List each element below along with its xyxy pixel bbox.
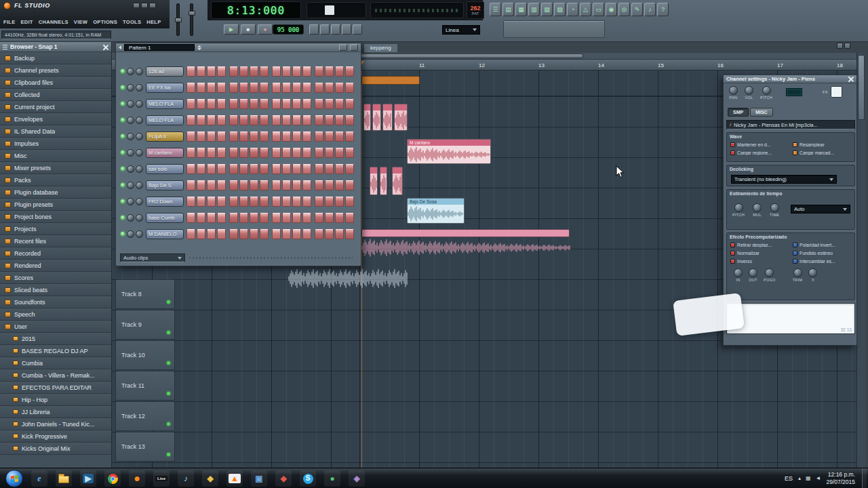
step-button[interactable] [260, 115, 269, 125]
step-button[interactable] [197, 131, 205, 142]
stepseq-button[interactable]: ▦ [515, 3, 527, 16]
step-button[interactable] [315, 99, 323, 109]
track-header[interactable]: Track 8 [115, 279, 175, 309]
step-button[interactable] [239, 213, 248, 223]
menu-channels[interactable]: CHANNELS [39, 19, 68, 25]
channel-group-selector[interactable]: Audio clips [120, 253, 185, 262]
step-button[interactable] [197, 229, 205, 239]
knob-pogo[interactable]: POGO [764, 268, 776, 282]
step-button[interactable] [239, 115, 248, 125]
clip-bajo-de-sosa[interactable]: Bajo De Sosa [407, 198, 465, 224]
channel-enable-led[interactable] [121, 199, 125, 203]
browser-item[interactable]: Speech [0, 308, 111, 321]
play-button[interactable]: ▶ [224, 24, 239, 35]
step-button[interactable] [207, 213, 216, 223]
step-button[interactable] [302, 229, 311, 239]
channel-button[interactable]: Bajo De S [146, 180, 184, 190]
channel-enable-led[interactable] [121, 167, 125, 171]
step-button[interactable] [302, 180, 311, 190]
skype-icon[interactable]: S [300, 470, 316, 487]
folder-icon[interactable] [56, 470, 72, 487]
knob-x[interactable]: X [808, 268, 817, 282]
volume-icon[interactable]: ◄ [816, 476, 821, 481]
option-row[interactable]: Inverso [730, 257, 793, 265]
graph-editor-button[interactable] [339, 44, 347, 51]
browser-item[interactable]: Recorded [0, 247, 111, 260]
step-button[interactable] [217, 83, 226, 93]
option-row[interactable]: Normalizar [730, 249, 793, 257]
step-button[interactable] [186, 131, 195, 142]
step-button[interactable] [302, 115, 311, 125]
pan-knob[interactable] [127, 230, 134, 238]
step-button[interactable] [345, 180, 354, 190]
knob-pitch[interactable]: PITCH [732, 203, 745, 217]
knob-out[interactable]: OUT [749, 268, 757, 282]
channel-enable-led[interactable] [121, 150, 125, 155]
step-button[interactable] [292, 180, 301, 190]
step-button[interactable] [325, 164, 334, 174]
step-button[interactable] [260, 83, 269, 93]
step-button[interactable] [217, 180, 226, 190]
metronome-button[interactable]: △ [580, 3, 591, 16]
step-button[interactable] [292, 131, 301, 142]
step-button[interactable] [217, 66, 226, 77]
step-button[interactable] [250, 164, 258, 174]
step-button[interactable] [282, 213, 291, 223]
step-button[interactable] [325, 131, 334, 142]
step-button[interactable] [325, 213, 334, 223]
channel-button[interactable]: MELO FLA [146, 99, 184, 109]
mixer-button[interactable]: ▨ [554, 3, 566, 16]
step-button[interactable] [229, 180, 238, 190]
step-button[interactable] [315, 164, 323, 174]
step-button[interactable] [345, 83, 354, 93]
step-button[interactable] [250, 180, 258, 190]
clip-pink-5[interactable] [370, 167, 378, 195]
browser-item[interactable]: Plugin presets [0, 199, 111, 211]
menu-tools[interactable]: TOOLS [123, 19, 141, 25]
stretch-mode-dropdown[interactable]: Auto [791, 205, 850, 214]
step-button[interactable] [217, 148, 226, 158]
track-header[interactable]: Track 11 [115, 371, 175, 401]
step-button[interactable] [260, 164, 269, 174]
browser-item[interactable]: Current project [0, 101, 111, 113]
browser-item[interactable]: Projects [0, 223, 111, 235]
step-button[interactable] [302, 148, 311, 158]
pattern-indicator[interactable]: 262 PAT [467, 1, 484, 19]
step-button[interactable] [335, 131, 344, 142]
step-button[interactable] [315, 131, 323, 142]
pan-knob[interactable] [127, 165, 134, 173]
channel-button[interactable]: FR2 Down [146, 197, 184, 207]
step-button[interactable] [207, 229, 216, 239]
vertical-scrollbar[interactable] [856, 53, 865, 468]
step-button[interactable] [292, 197, 301, 207]
minimize-button[interactable] [133, 3, 140, 8]
tempo-display[interactable]: 95 000 [273, 24, 304, 35]
menu-edit[interactable]: EDIT [20, 19, 33, 25]
channel-button[interactable]: MELO FLA [146, 115, 184, 125]
clip-pink-3[interactable] [382, 104, 393, 131]
volume-knob[interactable] [136, 68, 143, 75]
step-button[interactable] [260, 229, 269, 239]
step-button[interactable] [282, 99, 291, 109]
step-button[interactable] [197, 66, 205, 77]
transport-extra-button[interactable] [353, 24, 362, 35]
transport-extra-button[interactable] [309, 24, 319, 35]
step-button[interactable] [282, 148, 291, 158]
step-button[interactable] [250, 131, 258, 142]
step-button[interactable] [335, 66, 344, 77]
step-button[interactable] [217, 99, 226, 109]
step-button[interactable] [315, 83, 323, 93]
channel-enable-led[interactable] [121, 232, 125, 236]
step-button[interactable] [197, 148, 205, 158]
step-button[interactable] [186, 229, 195, 239]
step-button[interactable] [260, 99, 269, 109]
step-button[interactable] [272, 66, 281, 77]
channel-button[interactable]: FLIpA tr [146, 131, 184, 142]
step-button[interactable] [345, 99, 354, 109]
pianoroll-button[interactable]: ▥ [528, 3, 540, 16]
step-button[interactable] [272, 213, 281, 223]
tempo-tap-button[interactable]: ◔ [567, 3, 578, 16]
step-button[interactable] [315, 115, 323, 125]
browser-item[interactable]: Plugin database [0, 186, 111, 199]
step-button[interactable] [335, 115, 344, 125]
